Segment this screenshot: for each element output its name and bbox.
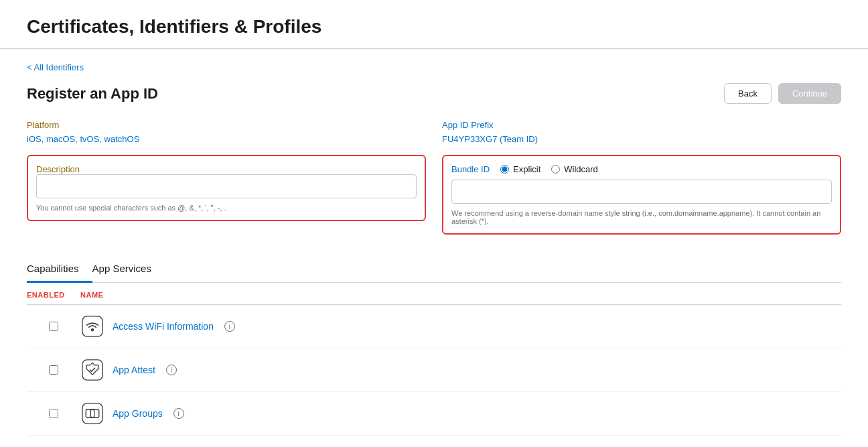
description-box: Description You cannot use special chara… — [27, 155, 426, 221]
platform-field: Platform iOS, macOS, tvOS, watchOS — [27, 120, 426, 144]
info-icon-wifi[interactable]: i — [224, 321, 235, 332]
bundle-id-label: Bundle ID — [451, 164, 490, 174]
breadcrumb-link[interactable]: All Identifiers — [27, 62, 841, 72]
info-icon-attest[interactable]: i — [166, 365, 177, 375]
cap-name-cell-attest: App Attest i — [80, 358, 841, 382]
cap-name-cell-groups: App Groups i — [80, 401, 841, 426]
platform-value: iOS, macOS, tvOS, watchOS — [27, 134, 426, 144]
form-grid: Platform iOS, macOS, tvOS, watchOS Descr… — [27, 120, 841, 235]
cap-name-groups: App Groups — [113, 408, 163, 419]
wildcard-label: Wildcard — [564, 164, 598, 174]
cap-name-attest: App Attest — [113, 365, 155, 375]
wifi-icon — [80, 314, 104, 338]
explicit-radio-option[interactable]: Explicit — [500, 164, 540, 174]
cap-name-wifi: Access WiFi Information — [113, 321, 214, 332]
app-id-prefix-label: App ID Prefix — [442, 120, 841, 130]
col-header-name: NAME — [80, 291, 841, 299]
bundle-id-box: Bundle ID Explicit Wildcard We recommend… — [442, 155, 841, 235]
back-button[interactable]: Back — [724, 83, 772, 104]
col-header-enabled: ENABLED — [27, 291, 80, 299]
svg-rect-5 — [90, 409, 98, 418]
table-row: App Groups i — [27, 392, 841, 436]
description-input[interactable] — [36, 174, 417, 198]
tabs: Capabilities App Services — [27, 256, 841, 283]
bundle-label-row: Bundle ID Explicit Wildcard — [451, 164, 832, 174]
attest-checkbox[interactable] — [49, 365, 58, 375]
svg-rect-0 — [82, 316, 102, 336]
app-id-prefix-field: App ID Prefix FU4YP33XG7 (Team ID) — [442, 120, 841, 144]
table-row: Access WiFi Information i — [27, 305, 841, 348]
left-column: Platform iOS, macOS, tvOS, watchOS Descr… — [27, 120, 426, 235]
bundle-id-input[interactable] — [451, 180, 832, 204]
description-label: Description — [36, 164, 417, 174]
explicit-label: Explicit — [513, 164, 540, 174]
svg-rect-4 — [86, 409, 94, 418]
cap-name-cell-wifi: Access WiFi Information i — [80, 314, 841, 338]
wifi-checkbox[interactable] — [49, 322, 58, 331]
capabilities-table: ENABLED NAME Access WiFi Information i — [27, 283, 841, 436]
section-title: Register an App ID — [27, 85, 158, 103]
info-icon-groups[interactable]: i — [173, 408, 184, 419]
app-attest-icon — [80, 358, 104, 382]
tab-app-services[interactable]: App Services — [92, 256, 165, 283]
right-column: App ID Prefix FU4YP33XG7 (Team ID) Bundl… — [442, 120, 841, 235]
cap-checkbox-attest[interactable] — [27, 365, 80, 375]
bundle-id-note: We recommend using a reverse-domain name… — [451, 209, 832, 225]
bundle-id-radio-group: Explicit Wildcard — [500, 164, 598, 174]
app-id-prefix-value: FU4YP33XG7 (Team ID) — [442, 134, 841, 144]
cap-checkbox-wifi[interactable] — [27, 322, 80, 331]
explicit-radio[interactable] — [500, 165, 509, 174]
app-groups-icon — [80, 401, 104, 426]
description-note: You cannot use special characters such a… — [36, 204, 417, 212]
header-buttons: Back Continue — [724, 83, 841, 104]
cap-checkbox-groups[interactable] — [27, 409, 80, 418]
svg-rect-3 — [82, 403, 102, 424]
tab-capabilities[interactable]: Capabilities — [27, 256, 92, 283]
groups-checkbox[interactable] — [49, 409, 58, 418]
continue-button[interactable]: Continue — [778, 83, 841, 104]
svg-point-1 — [91, 328, 94, 331]
platform-label: Platform — [27, 120, 426, 130]
wildcard-radio[interactable] — [551, 165, 560, 174]
table-row: App Attest i — [27, 348, 841, 392]
page-title: Certificates, Identifiers & Profiles — [27, 16, 841, 38]
cap-header-row: ENABLED NAME — [27, 283, 841, 305]
wildcard-radio-option[interactable]: Wildcard — [551, 164, 598, 174]
